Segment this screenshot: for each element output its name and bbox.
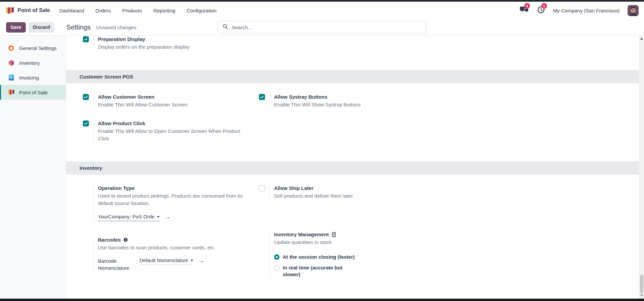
check-icon	[84, 95, 88, 99]
allow-product-click-checkbox[interactable]	[83, 120, 89, 127]
settings-sidebar: General Settings Inventory $ Invoicing	[0, 36, 66, 299]
nav-item-reporting[interactable]: Reporting	[153, 6, 176, 15]
radio-in-real-time[interactable]	[274, 265, 279, 270]
discard-button[interactable]: Discard	[29, 22, 54, 33]
radio-option-label: At the session closing (faster)	[283, 254, 355, 260]
setting-preparation-display: Preparation Display Display orders on th…	[83, 36, 257, 51]
setting-label: Operation Type	[98, 185, 247, 191]
company-switcher[interactable]: My Company (San Francisco)	[553, 8, 620, 13]
setting-description: Use barcodes to scan products, customer …	[98, 244, 215, 251]
operation-type-dropdown[interactable]: YourCompany: PoS Orde	[98, 214, 160, 221]
sidebar-item-inventory[interactable]: Inventory	[0, 55, 66, 70]
setting-label: Allow Product Click	[98, 120, 244, 127]
section-title: Customer Screen POS	[79, 74, 133, 80]
allow-systray-buttons-checkbox[interactable]	[259, 94, 265, 100]
invoicing-app-icon: $	[8, 74, 15, 81]
radio-option-real-time: In real time (accurate but slower)	[274, 264, 355, 278]
save-button[interactable]: Save	[6, 22, 26, 33]
sidebar-item-label: Point of Sale	[19, 90, 48, 95]
sidebar-item-label: Inventory	[19, 60, 40, 66]
section-header-customer-screen-pos: Customer Screen POS	[66, 70, 639, 83]
setting-label: Allow Ship Later	[274, 185, 354, 191]
point-of-sale-app-icon	[8, 89, 15, 96]
setting-description: Used to record product pickings. Product…	[98, 192, 247, 207]
app-name: Point of Sale	[17, 7, 50, 13]
setting-description: Sell products and deliver them later.	[274, 192, 354, 200]
user-menu-avatar[interactable]	[628, 5, 639, 16]
radio-option-session-closing: At the session closing (faster)	[274, 254, 355, 260]
setting-allow-ship-later: Allow Ship Later Sell products and deliv…	[259, 185, 433, 200]
activities-badge: 1	[541, 3, 547, 9]
setting-description: Display orders on the preparation displa…	[98, 43, 190, 51]
barcode-nomenclature-dropdown[interactable]: Default Nomenclature	[140, 257, 193, 265]
chevron-down-icon	[157, 216, 160, 218]
barcode-nomenclature-internal-link-arrow-icon[interactable]: →	[199, 257, 204, 264]
barcode-nomenclature-value: Default Nomenclature	[140, 257, 188, 263]
barcode-nomenclature-label: Barcode Nomenclature	[98, 257, 134, 271]
check-icon	[84, 121, 88, 126]
nav-item-dashboard[interactable]: Dashboard	[59, 6, 85, 15]
info-circle-icon	[123, 238, 128, 242]
activities-button[interactable]: 1	[537, 6, 545, 15]
preparation-display-checkbox[interactable]	[83, 36, 89, 42]
section-header-inventory: Inventory	[66, 161, 639, 174]
operation-type-internal-link-arrow-icon[interactable]: →	[165, 214, 171, 220]
setting-description: Enable This Will Allow to Open Customer …	[98, 128, 244, 142]
chevron-down-icon	[191, 260, 193, 261]
setting-allow-product-click: Allow Product Click Enable This Will All…	[83, 120, 257, 142]
setting-description: Enable This Will Allow Customer Screen	[98, 101, 187, 108]
scrollbar-up-arrow-icon[interactable]	[640, 38, 643, 40]
navbar: Point of Sale Dashboard Orders Products …	[0, 2, 644, 19]
app-switcher[interactable]: Point of Sale	[5, 6, 50, 15]
setting-operation-type: Operation Type Used to record product pi…	[83, 185, 257, 221]
svg-text:$: $	[10, 76, 12, 79]
operation-type-value: YourCompany: PoS Orde	[98, 214, 155, 219]
sidebar-item-label: Invoicing	[19, 75, 39, 81]
check-icon	[84, 37, 88, 41]
window-bottom-strip	[0, 299, 644, 301]
nav-item-products[interactable]: Products	[121, 6, 143, 15]
pos-awning-icon	[5, 6, 14, 15]
check-icon	[260, 95, 264, 99]
setting-label: Allow Systray Buttons	[274, 94, 361, 100]
inventory-app-icon	[8, 59, 15, 66]
search-box[interactable]	[218, 21, 427, 34]
messages-button[interactable]: 4	[520, 6, 529, 15]
setting-description: Enable This Will Show Systray Buttons	[274, 101, 361, 108]
unsaved-changes-status: Unsaved changes	[96, 24, 136, 30]
nav-menu: Dashboard Orders Products Reporting Conf…	[59, 6, 217, 15]
odoo-settings-window: Point of Sale Dashboard Orders Products …	[0, 0, 644, 301]
nav-item-configuration[interactable]: Configuration	[186, 6, 217, 15]
general-settings-icon	[8, 45, 15, 52]
setting-label: Barcodes	[98, 237, 121, 243]
control-panel: Save Discard Settings Unsaved changes	[0, 19, 644, 36]
messages-badge: 4	[524, 3, 530, 9]
setting-label: Inventory Management	[274, 231, 329, 238]
vertical-scrollbar[interactable]	[639, 36, 644, 299]
setting-inventory-management: Inventory Management Update quantities i…	[259, 231, 433, 278]
radio-option-label: In real time (accurate but slower)	[283, 264, 355, 278]
setting-label: Allow Customer Screen	[98, 94, 187, 100]
sidebar-item-invoicing[interactable]: $ Invoicing	[0, 70, 66, 85]
setting-allow-customer-screen: Allow Customer Screen Enable This Will A…	[83, 94, 257, 108]
setting-allow-systray-buttons: Allow Systray Buttons Enable This Will S…	[259, 94, 433, 108]
setting-barcodes: Barcodes Use barcodes to scan products, …	[83, 237, 257, 271]
navbar-right: 4 1 My Company (San Francisco)	[520, 5, 639, 16]
search-input[interactable]	[231, 24, 422, 31]
setting-description: Update quantities in stock	[274, 239, 355, 246]
sidebar-item-point-of-sale[interactable]: Point of Sale	[0, 85, 66, 100]
radio-at-session-closing[interactable]	[274, 254, 279, 260]
setting-label: Preparation Display	[98, 36, 190, 42]
sidebar-item-general-settings[interactable]: General Settings	[0, 41, 66, 55]
scrollbar-down-arrow-icon[interactable]	[640, 295, 643, 297]
nav-item-orders[interactable]: Orders	[95, 6, 111, 15]
section-title: Inventory	[79, 165, 102, 171]
page-title: Settings	[66, 23, 91, 31]
sidebar-item-label: General Settings	[19, 45, 57, 51]
building-icon	[331, 232, 336, 237]
search-icon	[223, 24, 228, 31]
allow-customer-screen-checkbox[interactable]	[83, 94, 89, 100]
allow-ship-later-checkbox[interactable]	[259, 185, 265, 191]
scrollbar-thumb[interactable]	[640, 274, 643, 293]
